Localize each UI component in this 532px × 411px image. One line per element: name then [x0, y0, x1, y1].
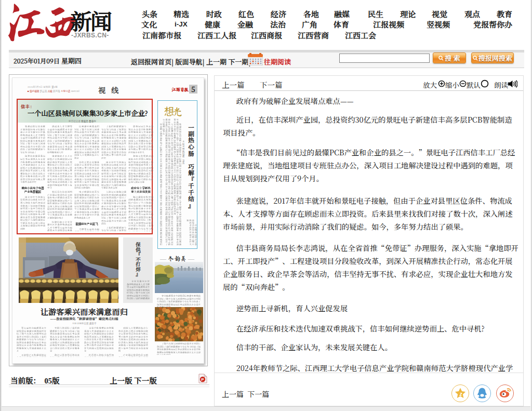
- svg-text:P: P: [201, 377, 204, 382]
- svg-text:z: z: [459, 391, 462, 397]
